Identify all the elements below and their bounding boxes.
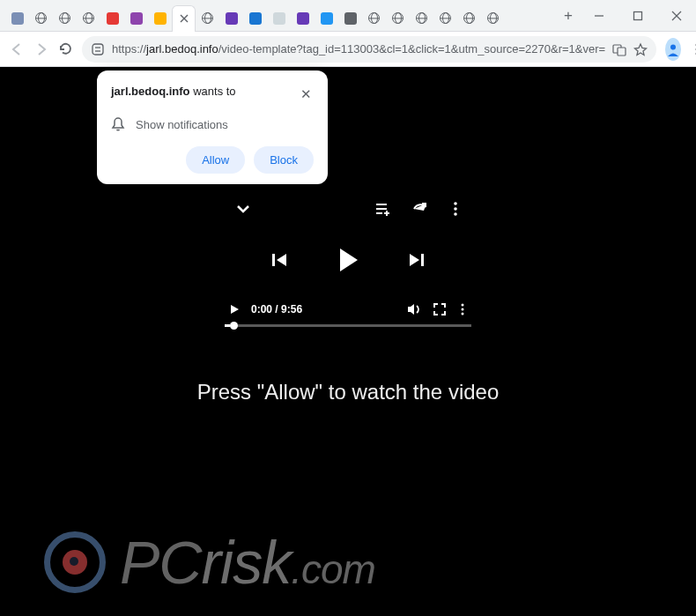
- svg-point-25: [462, 304, 464, 307]
- favicon: [11, 12, 24, 25]
- tab-strip: [0, 0, 557, 32]
- tab[interactable]: [433, 5, 457, 32]
- tab[interactable]: [386, 5, 410, 32]
- time-display: 0:00 / 9:56: [251, 303, 302, 315]
- favicon: [273, 12, 285, 25]
- progress-track[interactable]: [225, 324, 471, 327]
- svg-rect-10: [618, 48, 626, 56]
- favicon: [130, 12, 143, 25]
- svg-point-21: [454, 207, 457, 211]
- browser-menu-button[interactable]: [690, 37, 696, 62]
- favicon: [344, 12, 357, 25]
- minimize-button[interactable]: [580, 0, 618, 32]
- tab[interactable]: [410, 5, 433, 32]
- site-info-icon[interactable]: [91, 42, 105, 56]
- svg-point-27: [462, 313, 464, 315]
- block-button[interactable]: Block: [254, 146, 314, 174]
- play-small-icon[interactable]: [228, 303, 241, 315]
- progress-fill: [225, 324, 230, 327]
- notification-title: jarl.bedoq.info wants to: [111, 85, 236, 98]
- notification-body-text: Show notifications: [136, 118, 228, 131]
- favicon: [35, 12, 48, 25]
- tab[interactable]: [148, 5, 172, 32]
- favicon: [321, 12, 333, 25]
- tab[interactable]: [29, 5, 53, 32]
- tab[interactable]: [291, 5, 315, 32]
- close-window-button[interactable]: [657, 0, 696, 32]
- tab[interactable]: [196, 5, 219, 32]
- forward-button[interactable]: [33, 37, 49, 62]
- titlebar: +: [0, 0, 696, 32]
- browser-toolbar: https://jarl.bedoq.info/video-template?t…: [0, 32, 696, 67]
- favicon: [83, 12, 95, 25]
- video-player: 0:00 / 9:56: [225, 199, 471, 327]
- svg-point-11: [670, 44, 676, 49]
- svg-rect-24: [421, 254, 424, 266]
- tab[interactable]: [243, 5, 267, 32]
- profile-avatar[interactable]: [665, 38, 681, 61]
- favicon: [178, 12, 190, 25]
- press-allow-message: Press "Allow" to watch the video: [197, 380, 500, 404]
- svg-point-26: [462, 308, 464, 311]
- tab[interactable]: [100, 5, 124, 32]
- favicon: [249, 12, 262, 25]
- allow-button[interactable]: Allow: [186, 146, 245, 174]
- favicon: [392, 12, 404, 25]
- watermark-logo: [44, 531, 106, 593]
- notification-permission-popup: jarl.bedoq.info wants to ✕ Show notifica…: [97, 71, 328, 184]
- watermark-text: PCrisk.com: [120, 528, 375, 597]
- tab[interactable]: [5, 5, 29, 32]
- favicon: [487, 12, 500, 25]
- favicon: [463, 12, 476, 25]
- play-button[interactable]: [333, 245, 363, 275]
- favicon: [107, 12, 119, 25]
- bookmark-star-icon[interactable]: [633, 42, 648, 56]
- favicon: [297, 12, 309, 25]
- more-vert-icon[interactable]: [448, 200, 463, 218]
- watermark: PCrisk.com: [44, 528, 375, 597]
- tab[interactable]: [53, 5, 77, 32]
- progress-knob[interactable]: [230, 322, 238, 330]
- skip-next-icon[interactable]: [407, 250, 426, 270]
- playlist-add-icon[interactable]: [374, 200, 392, 218]
- translate-icon[interactable]: [612, 42, 626, 56]
- svg-rect-3: [634, 11, 642, 19]
- url-text: https://jarl.bedoq.info/video-template?t…: [112, 42, 605, 56]
- window-controls: [580, 0, 696, 32]
- share-icon[interactable]: [411, 200, 429, 218]
- svg-rect-6: [93, 44, 103, 55]
- tab[interactable]: [267, 5, 291, 32]
- tab[interactable]: [172, 5, 196, 32]
- chevron-down-icon[interactable]: [233, 199, 253, 219]
- bell-icon: [111, 116, 125, 132]
- skip-previous-icon[interactable]: [270, 250, 289, 270]
- tab[interactable]: [77, 5, 100, 32]
- close-icon[interactable]: ✕: [299, 85, 314, 104]
- svg-point-20: [454, 202, 457, 205]
- tab[interactable]: [124, 5, 148, 32]
- address-bar[interactable]: https://jarl.bedoq.info/video-template?t…: [82, 36, 656, 63]
- svg-point-22: [454, 212, 457, 216]
- reload-button[interactable]: [58, 37, 73, 62]
- favicon: [202, 12, 214, 25]
- volume-icon[interactable]: [406, 301, 422, 317]
- tab[interactable]: [362, 5, 386, 32]
- tab[interactable]: [481, 5, 505, 32]
- favicon: [368, 12, 381, 25]
- tab[interactable]: [315, 5, 338, 32]
- new-tab-button[interactable]: +: [557, 4, 580, 27]
- maximize-button[interactable]: [618, 0, 657, 32]
- tab[interactable]: [457, 5, 481, 32]
- favicon: [416, 12, 428, 25]
- fullscreen-icon[interactable]: [433, 302, 447, 316]
- favicon: [440, 12, 452, 25]
- back-button[interactable]: [9, 37, 25, 62]
- tab[interactable]: [338, 5, 362, 32]
- tab[interactable]: [219, 5, 243, 32]
- favicon: [59, 12, 71, 25]
- favicon: [154, 12, 167, 25]
- more-vert-small-icon[interactable]: [457, 302, 468, 316]
- favicon: [226, 12, 238, 25]
- svg-rect-23: [272, 254, 275, 266]
